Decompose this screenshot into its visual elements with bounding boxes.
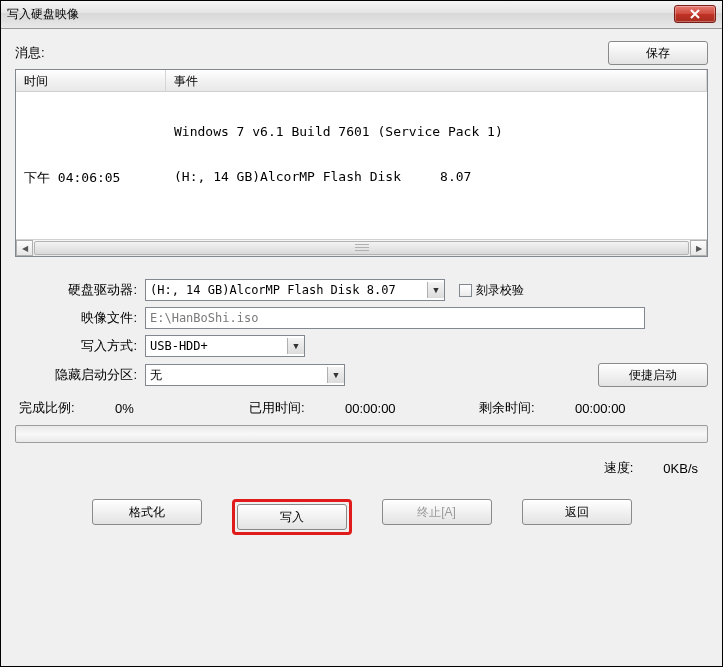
chevron-down-icon: ▼ — [427, 282, 444, 298]
save-button[interactable]: 保存 — [608, 41, 708, 65]
chevron-down-icon: ▼ — [287, 338, 304, 354]
client-area: 消息: 保存 时间 事件 Windows 7 v6.1 Build 7601 (… — [1, 29, 722, 666]
drive-select[interactable]: (H:, 14 GB)AlcorMP Flash Disk 8.07 ▼ — [145, 279, 445, 301]
row-write-method: 写入方式: USB-HDD+ ▼ — [15, 335, 708, 357]
label-write-method: 写入方式: — [15, 337, 145, 355]
horizontal-scrollbar[interactable]: ◀ ▶ — [16, 239, 707, 256]
column-time[interactable]: 时间 — [16, 70, 166, 91]
speed-value: 0KB/s — [663, 461, 698, 476]
triangle-right-icon: ▶ — [696, 244, 702, 253]
checkbox-box-icon — [459, 284, 472, 297]
titlebar: 写入硬盘映像 — [1, 1, 722, 29]
label-elapsed: 已用时间: — [245, 399, 345, 417]
hide-boot-selected-text: 无 — [150, 367, 162, 384]
label-image-file: 映像文件: — [15, 309, 145, 327]
log-event: Windows 7 v6.1 Build 7601 (Service Pack … — [166, 124, 707, 139]
write-method-selected-text: USB-HDD+ — [150, 339, 208, 353]
column-event[interactable]: 事件 — [166, 70, 707, 91]
scrollbar-grip-icon — [355, 244, 369, 252]
return-button[interactable]: 返回 — [522, 499, 632, 525]
action-button-row: 格式化 写入 终止[A] 返回 — [15, 499, 708, 535]
convenient-boot-button[interactable]: 便捷启动 — [598, 363, 708, 387]
format-button[interactable]: 格式化 — [92, 499, 202, 525]
scrollbar-track[interactable] — [33, 240, 690, 256]
label-hide-boot: 隐藏启动分区: — [15, 366, 145, 384]
label-progress: 完成比例: — [15, 399, 115, 417]
write-button-highlight: 写入 — [232, 499, 352, 535]
verify-checkbox[interactable]: 刻录校验 — [459, 282, 524, 299]
label-remaining: 剩余时间: — [475, 399, 575, 417]
close-icon — [690, 9, 700, 19]
message-label: 消息: — [15, 44, 45, 62]
dialog-window: 写入硬盘映像 消息: 保存 时间 事件 Windows 7 v6.1 Build… — [0, 0, 723, 667]
image-file-input[interactable] — [145, 307, 645, 329]
row-hide-boot: 隐藏启动分区: 无 ▼ 便捷启动 — [15, 363, 708, 387]
log-time: 下午 04:06:05 — [16, 169, 166, 187]
row-image-file: 映像文件: — [15, 307, 708, 329]
verify-label: 刻录校验 — [476, 282, 524, 299]
log-body[interactable]: Windows 7 v6.1 Build 7601 (Service Pack … — [16, 92, 707, 239]
write-button[interactable]: 写入 — [237, 504, 347, 530]
log-row: 下午 04:06:05 (H:, 14 GB)AlcorMP Flash Dis… — [16, 169, 707, 187]
window-title: 写入硬盘映像 — [7, 6, 79, 23]
log-time — [16, 124, 166, 139]
progress-info-row: 完成比例: 0% 已用时间: 00:00:00 剩余时间: 00:00:00 — [15, 399, 708, 417]
close-button[interactable] — [674, 5, 716, 23]
label-drive: 硬盘驱动器: — [15, 281, 145, 299]
hide-boot-select[interactable]: 无 ▼ — [145, 364, 345, 386]
row-drive: 硬盘驱动器: (H:, 14 GB)AlcorMP Flash Disk 8.0… — [15, 279, 708, 301]
message-header-row: 消息: 保存 — [15, 41, 708, 65]
abort-button: 终止[A] — [382, 499, 492, 525]
progress-value: 0% — [115, 401, 245, 416]
progress-bar — [15, 425, 708, 443]
speed-row: 速度: 0KB/s — [15, 459, 708, 477]
log-row: Windows 7 v6.1 Build 7601 (Service Pack … — [16, 124, 707, 139]
log-table: 时间 事件 Windows 7 v6.1 Build 7601 (Service… — [15, 69, 708, 257]
log-columns-header: 时间 事件 — [16, 70, 707, 92]
drive-selected-text: (H:, 14 GB)AlcorMP Flash Disk 8.07 — [150, 283, 396, 297]
scrollbar-thumb[interactable] — [34, 241, 689, 255]
log-event: (H:, 14 GB)AlcorMP Flash Disk 8.07 — [166, 169, 707, 187]
remaining-value: 00:00:00 — [575, 401, 705, 416]
triangle-left-icon: ◀ — [22, 244, 28, 253]
elapsed-value: 00:00:00 — [345, 401, 475, 416]
label-speed: 速度: — [604, 459, 634, 477]
chevron-down-icon: ▼ — [327, 367, 344, 383]
write-method-select[interactable]: USB-HDD+ ▼ — [145, 335, 305, 357]
scroll-right-button[interactable]: ▶ — [690, 240, 707, 256]
scroll-left-button[interactable]: ◀ — [16, 240, 33, 256]
